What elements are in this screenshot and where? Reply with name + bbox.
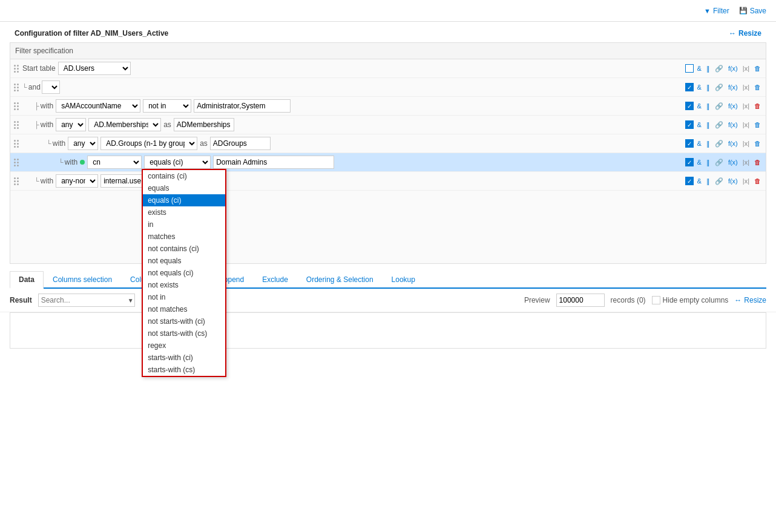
alias-input[interactable] <box>210 137 271 150</box>
pipe-icon[interactable]: |x| <box>741 64 751 73</box>
ampersand-icon[interactable]: & <box>696 102 703 110</box>
link-icon[interactable]: 🔗 <box>714 64 725 73</box>
tab-exclude[interactable]: Exclude <box>253 271 297 287</box>
parallel-icon[interactable]: ‖ <box>705 177 711 186</box>
pipe-icon[interactable]: |x| <box>741 177 751 185</box>
save-button[interactable]: 💾 Save <box>739 7 766 15</box>
dropdown-option-exists[interactable]: exists <box>143 206 225 218</box>
row-checkbox[interactable]: ✓ <box>685 120 694 129</box>
resize-link[interactable]: ↔ Resize <box>729 29 761 38</box>
hide-empty-checkbox[interactable] <box>652 296 660 304</box>
operator-select[interactable]: not in <box>143 99 191 113</box>
dropdown-option-in[interactable]: in <box>143 218 225 231</box>
delete-icon[interactable]: 🗑 <box>753 83 762 91</box>
ampersand-icon[interactable]: & <box>696 177 703 185</box>
ampersand-icon[interactable]: & <box>696 64 703 73</box>
dropdown-option-not-starts-cs[interactable]: not starts-with (cs) <box>143 327 225 340</box>
row-checkbox[interactable]: ✓ <box>685 177 694 185</box>
drag-handle[interactable] <box>14 159 19 166</box>
link-icon[interactable]: 🔗 <box>714 177 725 186</box>
dropdown-option-equals-ci[interactable]: equals (ci) <box>143 194 225 206</box>
delete-icon[interactable]: 🗑 <box>753 158 762 166</box>
dropdown-option-not-exists[interactable]: not exists <box>143 279 225 291</box>
link-icon[interactable]: 🔗 <box>714 102 725 111</box>
delete-icon[interactable]: 🗑 <box>753 139 762 148</box>
dropdown-option-regex[interactable]: regex <box>143 340 225 352</box>
and-select[interactable]: ▼ <box>42 80 60 94</box>
drag-handle[interactable] <box>14 140 19 148</box>
pipe-icon[interactable]: |x| <box>741 120 751 129</box>
fx-icon[interactable]: f(x) <box>727 177 739 185</box>
delete-icon[interactable]: 🗑 <box>753 64 762 73</box>
fx-icon[interactable]: f(x) <box>727 158 739 166</box>
fx-icon[interactable]: f(x) <box>727 64 739 73</box>
dropdown-option-starts-cs[interactable]: starts-with (cs) <box>143 364 225 376</box>
dropdown-option-not-in[interactable]: not in <box>143 291 225 303</box>
drag-handle[interactable] <box>14 65 19 73</box>
filter-button[interactable]: ▼ Filter <box>704 7 729 15</box>
search-input[interactable] <box>38 294 135 307</box>
dropdown-option-contains-ci[interactable]: contains (ci) <box>143 170 225 182</box>
parallel-icon[interactable]: ‖ <box>705 120 711 130</box>
link-icon[interactable]: 🔗 <box>714 139 725 148</box>
drag-handle[interactable] <box>14 177 19 185</box>
delete-icon[interactable]: 🗑 <box>753 102 762 110</box>
pipe-icon[interactable]: |x| <box>741 102 751 110</box>
row-checkbox[interactable]: ✓ <box>685 102 694 110</box>
any-select[interactable]: any <box>68 137 98 150</box>
drag-handle[interactable] <box>14 102 19 110</box>
row-checkbox[interactable]: ✓ <box>685 83 694 91</box>
pipe-icon[interactable]: |x| <box>741 158 751 166</box>
row-checkbox[interactable] <box>685 64 694 73</box>
fx-icon[interactable]: f(x) <box>727 120 739 129</box>
dropdown-option-not-contains-ci[interactable]: not contains (ci) <box>143 243 225 255</box>
delete-icon[interactable]: 🗑 <box>753 177 762 185</box>
field-select[interactable]: AD.Groups (n-1 by group) <box>100 137 197 150</box>
result-resize-link[interactable]: ↔ Resize <box>734 296 766 304</box>
tab-data[interactable]: Data <box>10 271 44 289</box>
link-icon[interactable]: 🔗 <box>714 120 725 130</box>
row-checkbox[interactable]: ✓ <box>685 139 694 148</box>
link-icon[interactable]: 🔗 <box>714 158 725 167</box>
search-dropdown-icon[interactable]: ▼ <box>128 297 134 304</box>
field-select[interactable]: AD.Memberships <box>88 118 161 131</box>
drag-handle[interactable] <box>14 121 19 129</box>
link-icon[interactable]: 🔗 <box>714 83 725 92</box>
fx-icon[interactable]: f(x) <box>727 102 739 110</box>
parallel-icon[interactable]: ‖ <box>705 102 711 111</box>
value-input[interactable] <box>194 99 291 113</box>
fx-icon[interactable]: f(x) <box>727 83 739 91</box>
ampersand-icon[interactable]: & <box>696 83 703 91</box>
delete-icon[interactable]: 🗑 <box>753 120 762 129</box>
parallel-icon[interactable]: ‖ <box>705 158 711 167</box>
dropdown-option-not-equals[interactable]: not equals <box>143 255 225 267</box>
drag-handle[interactable] <box>14 84 19 91</box>
parallel-icon[interactable]: ‖ <box>705 83 711 92</box>
any-none-select[interactable]: any-none <box>56 174 98 188</box>
alias-input[interactable] <box>174 118 234 131</box>
pipe-icon[interactable]: |x| <box>741 83 751 91</box>
tab-ordering-selection[interactable]: Ordering & Selection <box>297 271 383 287</box>
dropdown-option-not-equals-ci[interactable]: not equals (ci) <box>143 267 225 279</box>
parallel-icon[interactable]: ‖ <box>705 139 711 148</box>
operator-select[interactable]: equals (ci) <box>144 156 211 169</box>
dropdown-option-starts-ci[interactable]: starts-with (ci) <box>143 352 225 364</box>
pipe-icon[interactable]: |x| <box>741 139 751 148</box>
fx-icon[interactable]: f(x) <box>727 139 739 148</box>
parallel-icon[interactable]: ‖ <box>705 64 711 73</box>
tab-columns-selection[interactable]: Columns selection <box>44 271 121 287</box>
dropdown-option-equals[interactable]: equals <box>143 182 225 194</box>
ampersand-icon[interactable]: & <box>696 120 703 129</box>
field-select[interactable]: sAMAccountName <box>56 99 140 113</box>
dropdown-option-not-starts-ci[interactable]: not starts-with (ci) <box>143 315 225 327</box>
cn-field-select[interactable]: cn <box>87 156 142 169</box>
value-input[interactable] <box>213 156 334 169</box>
ampersand-icon[interactable]: & <box>696 139 703 148</box>
row-checkbox[interactable]: ✓ <box>685 158 694 166</box>
dropdown-option-matches[interactable]: matches <box>143 231 225 243</box>
dropdown-option-not-matches[interactable]: not matches <box>143 303 225 315</box>
any-select[interactable]: any <box>56 118 86 131</box>
preview-input[interactable] <box>556 294 605 307</box>
tab-lookup[interactable]: Lookup <box>383 271 424 287</box>
ampersand-icon[interactable]: & <box>696 158 703 166</box>
